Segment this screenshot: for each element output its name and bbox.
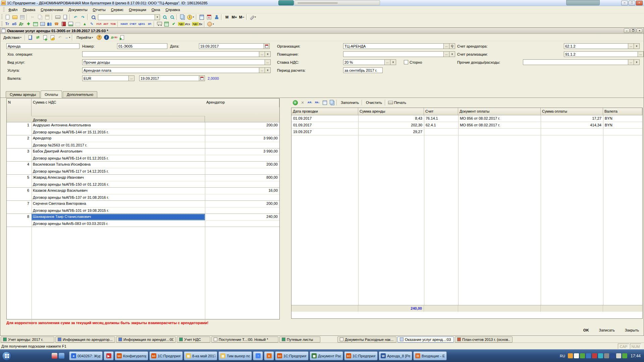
table-row[interactable]: 4 Василевская Татьяна Иосифовна 200,00 Д…	[7, 162, 279, 175]
toolbar-icon[interactable]	[69, 14, 71, 20]
find-next-icon[interactable]	[161, 14, 168, 20]
chevron-down-icon[interactable]: ▾	[155, 15, 160, 20]
clear-field-button[interactable]: x	[449, 52, 455, 57]
copy-icon[interactable]	[36, 14, 44, 20]
nds-out-button[interactable]: НДС Исх	[177, 21, 191, 27]
table-row[interactable]: 19.09.2017 29,27	[291, 129, 642, 135]
grid-icon[interactable]	[74, 21, 81, 27]
ellipsis-button[interactable]: ...	[443, 44, 449, 49]
table-row[interactable]: 8 Шахваранов Таир Станиславович 240,00 Д…	[7, 214, 279, 227]
storno-checkbox[interactable]	[404, 60, 408, 64]
tenant-name-cell[interactable]: Казаков Александр Васильевич	[32, 188, 205, 194]
akt-button[interactable]: АКТ	[102, 21, 109, 27]
redo-icon[interactable]: ↷	[79, 14, 87, 20]
toolbar-icon[interactable]	[385, 100, 386, 106]
toolbar-icon[interactable]	[204, 21, 206, 27]
taskbar-button[interactable]: ◔	[253, 351, 263, 360]
tab[interactable]: Суммы аренды	[6, 91, 40, 98]
window-bar-item[interactable]: План-счетов 2013 г. (основ...	[455, 337, 513, 343]
ellipsis-button[interactable]: ...	[638, 52, 643, 57]
taskbar-button[interactable]: e 0043267: Журнал...	[69, 351, 103, 360]
sum-cell[interactable]: 200,00	[205, 201, 279, 207]
table-row[interactable]: 1 Андрушко Антонина Анатольевна 200,00 Д…	[7, 122, 279, 135]
contract-cell[interactable]: Договор аренды №АП/Б-101 от 19.08.2015 г…	[32, 207, 279, 214]
sum-cell[interactable]: 240,00	[205, 214, 279, 220]
dt-button[interactable]: Дт	[18, 21, 25, 27]
find-icon[interactable]	[90, 14, 97, 20]
menu-item[interactable]: Справка	[163, 7, 182, 13]
doc-kind-field[interactable]	[6, 43, 79, 49]
service-field[interactable]: ...x	[82, 67, 271, 73]
tab[interactable]: Оплаты	[41, 90, 62, 98]
tray-icon-10[interactable]	[622, 353, 627, 358]
contract-cell[interactable]: Договор аренды №АП/Б-150 от 01.12.2016 г…	[32, 181, 279, 188]
taskbar-button[interactable]: O Входящие - E_О...	[413, 351, 447, 360]
toolbar-icon[interactable]	[154, 21, 155, 27]
cart-icon[interactable]	[156, 21, 163, 27]
ellipsis-button[interactable]: ...	[628, 44, 634, 49]
tools-icon[interactable]: ▾	[249, 14, 257, 20]
cut-icon[interactable]: ✂	[29, 14, 36, 20]
nds-in-button[interactable]: НДС Вх	[191, 21, 204, 27]
table-row[interactable]: 2 Арендатор 3 990,00 Договор №2563 от 01…	[7, 135, 279, 148]
contract-cell[interactable]: Договор аренды №Ап/Б-083 от 03.03.2015 г…	[32, 220, 279, 227]
vat-rate-field[interactable]: ...x	[343, 59, 396, 65]
window-bar-item[interactable]: Информация по арендатор...	[55, 337, 115, 343]
taskbar-button[interactable]: ▥ Тим вьюер поло...	[218, 351, 252, 360]
close-doc-button[interactable]: Закрыть	[624, 327, 640, 333]
copy-doc-icon[interactable]	[42, 34, 49, 41]
tenant-name-cell[interactable]: Андрушко Антонина Анатольевна	[32, 122, 205, 129]
person-icon[interactable]: ▾	[206, 21, 215, 27]
taskbar-button[interactable]: ▥ 8-ка май 2017	[184, 351, 217, 360]
tray-icon-2[interactable]	[574, 353, 579, 358]
ellipsis-button[interactable]: ...	[265, 60, 270, 65]
menu-item[interactable]: Документы	[66, 7, 90, 13]
table-row[interactable]: 01.09.2017 8,43 76.14.1 МО 856 от 08.02.…	[291, 115, 642, 122]
tray-icon-6[interactable]	[598, 353, 603, 358]
sum-cell[interactable]: 200,00	[205, 122, 279, 129]
language-indicator[interactable]: RU	[560, 354, 565, 358]
ellipsis-button[interactable]: ...	[384, 60, 390, 65]
zp-button[interactable]: ЗП	[146, 21, 153, 27]
tray-icon-9[interactable]	[616, 353, 621, 358]
help-icon[interactable]: ?	[95, 34, 103, 41]
window-bar-item[interactable]: Документы Расходные нак...	[337, 337, 396, 343]
toolbar-icon[interactable]	[246, 14, 248, 20]
dtkt-icon[interactable]: Дт Кт	[110, 34, 118, 41]
usl-button[interactable]: УСЛ	[95, 21, 102, 27]
add-entry-button[interactable]: ✚	[25, 21, 32, 27]
contract-cell[interactable]: Договор аренды №АП/Б-117 от 14.12.2015 г…	[32, 168, 279, 175]
organization-field[interactable]: ...Q	[343, 43, 455, 49]
calculator-icon[interactable]	[198, 14, 206, 20]
tray-icon-7[interactable]	[604, 353, 609, 358]
search-input[interactable]	[98, 15, 155, 19]
info-drop-icon[interactable]: i ▾	[186, 14, 195, 20]
tenant-name-cell[interactable]: Шахваранов Таир Станиславович	[32, 214, 205, 220]
toolbar-icon[interactable]	[117, 21, 119, 27]
post-coins-icon[interactable]	[49, 34, 56, 41]
write-doc-icon[interactable]	[27, 34, 34, 41]
table-row[interactable]: 5 Жаврид Александр Иванович 800,00 Догов…	[7, 175, 279, 188]
toolbar-icon[interactable]	[221, 14, 223, 20]
toolbar-icon[interactable]	[176, 14, 178, 20]
tablo-button[interactable]: Тг	[4, 21, 11, 27]
goto-button[interactable]: Перейти▾	[74, 35, 95, 41]
tray-icon-5[interactable]	[592, 353, 597, 358]
quick-launch-icon[interactable]	[52, 353, 57, 359]
translit-button[interactable]: аб	[11, 21, 18, 27]
based-on-icon[interactable]	[118, 34, 126, 41]
calendar-icon[interactable]: 31	[206, 14, 213, 20]
post-doc-icon[interactable]: ⇄	[34, 34, 42, 41]
m-plus-button[interactable]: М+	[231, 14, 238, 20]
maximize-button[interactable]: □	[629, 1, 635, 5]
menu-item[interactable]: Сервис	[108, 7, 126, 13]
tray-icon-4[interactable]	[586, 353, 591, 358]
tray-icon-3[interactable]	[580, 353, 585, 358]
premises-field[interactable]: ...x	[343, 51, 455, 57]
tenant-account-field[interactable]: ...x	[564, 43, 640, 49]
sum-cell[interactable]: 16,00	[205, 188, 279, 194]
ok-button[interactable]: OK	[582, 327, 590, 333]
contract-cell[interactable]: Договор №2563 от 01.01.2017 г.	[32, 142, 279, 148]
taskbar-button[interactable]: 1С 1С:Предприятие...	[275, 351, 309, 360]
tov-button[interactable]: ТОВ	[109, 21, 117, 27]
